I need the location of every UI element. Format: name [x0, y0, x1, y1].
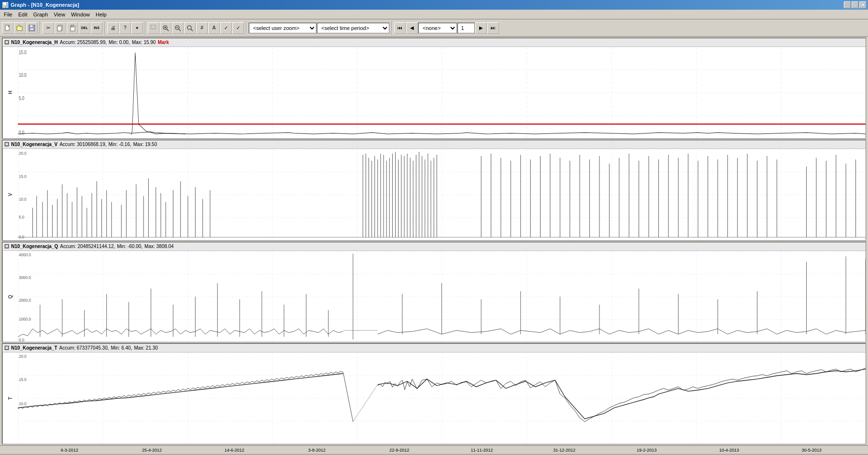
chart-v-name: N10_Kogeneracja_V [11, 142, 57, 147]
time-period-select[interactable]: <select time period> [317, 23, 389, 33]
chart-v-min: Min: -0.16, [108, 142, 131, 147]
edit-tools: ✂ DEL INS [43, 22, 102, 34]
chart-h-mark: Mark [157, 40, 169, 45]
menu-graph[interactable]: Graph [30, 11, 51, 18]
nav-count-input[interactable] [457, 23, 475, 33]
svg-text:5.0: 5.0 [19, 214, 24, 220]
chart-h-accum: Accum: 25525085.99, [60, 40, 107, 45]
print-button[interactable]: 🖨 [107, 22, 119, 34]
user-zoom-select[interactable]: <select user zoom> [249, 23, 316, 33]
chart-q-max: Max: 3808.04 [144, 244, 174, 249]
zoom-in-button[interactable] [160, 22, 171, 34]
zoom-tools: # A ✓ ✓ [148, 22, 244, 34]
window-title: Graph - [N10_Kogeneracja] [11, 2, 79, 8]
cut-button[interactable]: ✂ [43, 22, 54, 34]
svg-text:15.0: 15.0 [19, 49, 27, 55]
cursor-button[interactable]: A [208, 22, 220, 34]
svg-rect-9 [151, 25, 156, 29]
nav-next-button[interactable]: ▶ [475, 22, 487, 34]
about-button[interactable]: ✦ [131, 22, 143, 34]
close-button[interactable]: ✕ [859, 1, 866, 8]
sep1 [40, 21, 41, 35]
sep5 [391, 21, 392, 35]
menu-view[interactable]: View [51, 11, 68, 18]
chart-v-panel: 🔲 N10_Kogeneracja_V Accum: 30106868.19, … [2, 140, 866, 241]
svg-text:15.0: 15.0 [19, 174, 27, 179]
chart-q-panel: 🔲 N10_Kogeneracja_Q Accum: 20485241144.1… [2, 242, 866, 343]
check2-button[interactable]: ✓ [232, 22, 244, 34]
menu-window[interactable]: Window [68, 11, 93, 18]
chart-t-name: N10_Kogeneracja_T [11, 345, 57, 351]
svg-text:15.0: 15.0 [19, 377, 27, 382]
x-label-5: 11-11-2012 [470, 448, 493, 453]
minimize-button[interactable]: _ [844, 1, 851, 8]
svg-rect-1 [17, 27, 22, 30]
zoom-select-button[interactable] [148, 22, 159, 34]
chart-v-body[interactable]: V 20.0 15.0 10.0 [2, 149, 866, 240]
zoom-fit-button[interactable] [184, 22, 196, 34]
chart-t-panel: 🔲 N10_Kogeneracja_T Accum: 673377045.30,… [2, 343, 866, 444]
chart-t-y-axis: T [2, 352, 18, 444]
chart-h-svg[interactable]: 15.0 10.0 5.0 0.0 [18, 47, 866, 138]
chart-t-header: 🔲 N10_Kogeneracja_T Accum: 673377045.30,… [2, 344, 866, 352]
chart-t-svg[interactable]: 20.0 15.0 10.0 [18, 352, 866, 444]
paste-button[interactable] [67, 22, 78, 34]
svg-text:0.0: 0.0 [19, 130, 25, 136]
window-controls[interactable]: _ □ ✕ [844, 1, 866, 8]
svg-rect-33 [18, 149, 866, 240]
title-bar-left: 📊 Graph - [N10_Kogeneracja] [2, 2, 79, 8]
menu-bar: File Edit Graph View Window Help [0, 10, 868, 19]
nav-prev-button[interactable]: ◀ [406, 22, 418, 34]
chart-t-min: Min: 6.40, [111, 345, 132, 351]
zoom-out-button[interactable] [172, 22, 184, 34]
nav-first-button[interactable]: ⏮ [394, 22, 406, 34]
x-label-8: 10-4-2013 [719, 448, 739, 453]
save-button[interactable] [26, 22, 38, 34]
ins-button[interactable]: INS [91, 22, 102, 34]
svg-line-18 [191, 29, 193, 31]
grid-button[interactable]: # [196, 22, 208, 34]
copy-button[interactable] [55, 22, 66, 34]
svg-text:1000.0: 1000.0 [19, 317, 31, 322]
chart-h-header: 🔲 N10_Kogeneracja_H Accum: 25525085.99, … [2, 38, 866, 47]
svg-text:2000.0: 2000.0 [19, 298, 31, 303]
x-label-6: 31-12-2012 [553, 448, 575, 453]
chart-h-y-axis: H [2, 47, 18, 138]
chart-t-icon: 🔲 [4, 346, 9, 350]
chart-h-icon: 🔲 [4, 40, 9, 44]
svg-line-11 [167, 29, 169, 31]
chart-q-y-axis: Q [2, 251, 18, 342]
chart-q-body[interactable]: Q 4000.0 3000.0 2 [2, 251, 866, 342]
new-button[interactable] [2, 22, 14, 34]
menu-file[interactable]: File [1, 11, 15, 18]
check-button[interactable]: ✓ [220, 22, 232, 34]
nav-last-button[interactable]: ⏭ [487, 22, 499, 34]
chart-h-body[interactable]: H 15.0 [2, 47, 866, 138]
del-button[interactable]: DEL [79, 22, 90, 34]
svg-text:10.0: 10.0 [19, 401, 27, 406]
maximize-button[interactable]: □ [852, 1, 858, 8]
chart-q-svg[interactable]: 4000.0 3000.0 2000.0 1000.0 0.0 [18, 251, 866, 342]
print-tools: 🖨 ? ✦ [107, 22, 143, 34]
app-icon: 📊 [2, 2, 9, 8]
chart-q-icon: 🔲 [4, 244, 9, 249]
chart-v-y-axis: V [2, 149, 18, 240]
x-label-2: 14-6-2012 [225, 448, 244, 453]
svg-text:5.0: 5.0 [19, 95, 25, 102]
menu-edit[interactable]: Edit [15, 11, 30, 18]
chart-q-accum: Accum: 20485241144.12, [60, 244, 115, 249]
help-button[interactable]: ? [119, 22, 131, 34]
chart-v-svg[interactable]: 20.0 15.0 10.0 5.0 0.0 [18, 149, 866, 240]
chart-h-panel: 🔲 N10_Kogeneracja_H Accum: 25525085.99, … [2, 38, 866, 139]
menu-help[interactable]: Help [93, 11, 110, 18]
svg-line-15 [179, 29, 181, 31]
svg-text:0.0: 0.0 [19, 337, 25, 342]
svg-text:10.0: 10.0 [19, 72, 27, 78]
nav-select[interactable]: <none> [418, 23, 457, 33]
svg-rect-6 [57, 26, 61, 31]
chart-t-body[interactable]: T 20.0 15.0 10.0 [2, 352, 866, 444]
svg-rect-4 [30, 28, 34, 30]
chart-v-icon: 🔲 [4, 142, 9, 147]
open-button[interactable] [14, 22, 26, 34]
x-label-7: 19-2-2013 [637, 448, 656, 453]
